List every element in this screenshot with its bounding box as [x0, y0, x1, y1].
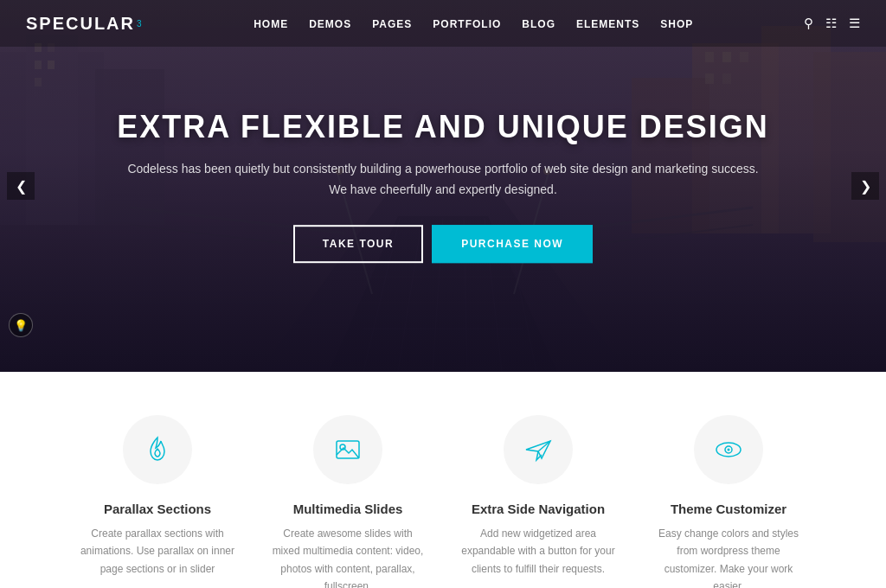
nav-home[interactable]: HOME [254, 16, 288, 31]
features-section: Parallax Sections Create parallax sectio… [0, 372, 886, 588]
hero-section: ❮ ❯ 💡 EXTRA FLEXIBLE AND UNIQUE DESIGN C… [0, 0, 886, 372]
menu-icon[interactable]: ☰ [849, 16, 860, 31]
take-tour-button[interactable]: TAKE TOUR [293, 225, 423, 263]
slider-next-button[interactable]: ❯ [851, 172, 879, 200]
image-icon [332, 434, 363, 465]
search-icon[interactable]: ⚲ [804, 16, 813, 31]
feature-parallax-title: Parallax Sections [80, 502, 235, 516]
feature-multimedia: Multimedia Slides Create awesome slides … [253, 415, 443, 588]
flame-icon [142, 434, 173, 465]
feature-parallax-desc: Create parallax sections with animations… [80, 525, 235, 578]
feature-parallax-icon-circle [123, 415, 192, 484]
feature-sidenav-desc: Add new widgetized area expandable with … [460, 525, 616, 578]
paper-plane-icon [523, 434, 554, 465]
cart-icon[interactable]: ☷ [825, 16, 837, 31]
feature-customizer-icon-circle [694, 415, 763, 484]
hero-subtitle-line2: We have cheerfully and expertly designed… [329, 182, 557, 196]
navbar-icons: ⚲ ☷ ☰ [804, 16, 860, 31]
hero-content: EXTRA FLEXIBLE AND UNIQUE DESIGN Codeles… [88, 109, 798, 263]
feature-sidenav: Extra Side Navigation Add new widgetized… [443, 415, 633, 588]
hero-subtitle: Codeless has been quietly but consistent… [88, 159, 798, 201]
purchase-now-button[interactable]: PURCHASE NOW [432, 225, 593, 263]
logo[interactable]: SPECULAR3 [26, 14, 144, 34]
logo-text: SPECULAR [26, 14, 135, 34]
feature-customizer-desc: Easy change colors and styles from wordp… [651, 525, 806, 588]
logo-superscript: 3 [137, 19, 144, 29]
nav-elements[interactable]: ELEMENTS [576, 16, 639, 31]
hero-buttons: TAKE TOUR PURCHASE NOW [88, 225, 798, 263]
feature-parallax: Parallax Sections Create parallax sectio… [62, 415, 253, 588]
nav-pages[interactable]: PAGES [372, 16, 412, 31]
feature-sidenav-title: Extra Side Navigation [460, 502, 616, 516]
hero-subtitle-line1: Codeless has been quietly but consistent… [127, 162, 758, 176]
nav-demos[interactable]: DEMOS [309, 16, 351, 31]
nav-shop[interactable]: SHOP [660, 16, 693, 31]
feature-sidenav-icon-circle [504, 415, 573, 484]
lightbulb-icon[interactable]: 💡 [9, 313, 33, 337]
feature-multimedia-title: Multimedia Slides [270, 502, 426, 516]
feature-customizer: Theme Customizer Easy change colors and … [633, 415, 824, 588]
eye-icon [713, 434, 744, 465]
slider-prev-button[interactable]: ❮ [7, 172, 35, 200]
feature-multimedia-icon-circle [313, 415, 382, 484]
nav-portfolio[interactable]: PORTFOLIO [433, 16, 501, 31]
nav-blog[interactable]: BLOG [522, 16, 555, 31]
navbar: SPECULAR3 HOME DEMOS PAGES PORTFOLIO BLO… [0, 0, 886, 47]
nav-menu: HOME DEMOS PAGES PORTFOLIO BLOG ELEMENTS… [254, 16, 693, 31]
feature-customizer-title: Theme Customizer [651, 502, 806, 516]
hero-title: EXTRA FLEXIBLE AND UNIQUE DESIGN [88, 109, 798, 145]
svg-point-43 [728, 449, 730, 451]
feature-multimedia-desc: Create awesome slides with mixed multime… [270, 525, 426, 588]
svg-rect-37 [337, 441, 359, 458]
